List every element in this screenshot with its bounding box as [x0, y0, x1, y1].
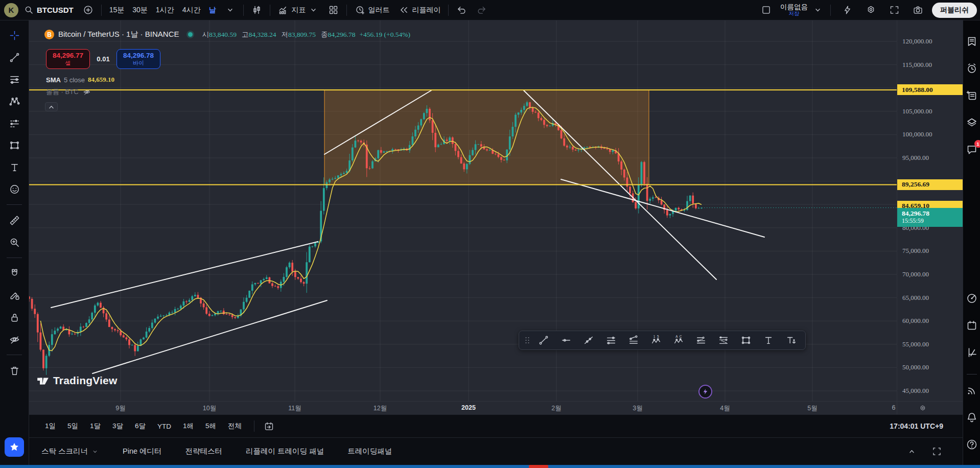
range-button-1달[interactable]: 1달	[85, 419, 105, 433]
magnet-mode-icon[interactable]	[6, 265, 23, 282]
range-button-1해[interactable]: 1해	[178, 419, 198, 433]
layout-select-button[interactable]	[757, 3, 776, 17]
publish-button[interactable]: 퍼블리쉬	[932, 3, 977, 18]
panel-expand-icon[interactable]	[906, 446, 917, 457]
range-button-전체[interactable]: 전체	[223, 419, 246, 433]
chart-title[interactable]: Bitcoin / TetherUS · 1날 · BINANCE	[58, 30, 179, 39]
svg-text:5: 5	[657, 335, 659, 338]
goto-date-button[interactable]	[260, 419, 278, 433]
fullscreen-button[interactable]	[885, 3, 904, 17]
symbol-search-button[interactable]: BTCUSDT	[19, 3, 78, 17]
bottom-tab-3[interactable]: 전략테스터	[185, 447, 223, 456]
abc-pattern-icon[interactable]: AC	[667, 332, 690, 348]
range-button-3달[interactable]: 3달	[108, 419, 128, 433]
eye-hidden-icon[interactable]	[83, 88, 91, 96]
user-avatar[interactable]: K	[4, 3, 18, 17]
buy-button[interactable]: 84,296.78 바이	[116, 49, 160, 69]
crosshair-tool-icon[interactable]	[6, 27, 23, 44]
zoom-in-tool-icon[interactable]	[6, 233, 23, 251]
volume-legend[interactable]: 볼륨 · BTC	[46, 87, 91, 97]
chat-icon[interactable]: 1	[965, 143, 978, 156]
trend-line-tool-icon[interactable]	[6, 49, 23, 66]
interval-button-4시간[interactable]: 4시간	[178, 6, 205, 15]
interval-button-날[interactable]: 날	[204, 6, 220, 15]
axis-settings-corner[interactable]	[897, 401, 963, 414]
clock-display[interactable]: 17:04:01 UTC+9	[890, 422, 943, 430]
panel-maximize-icon[interactable]	[931, 446, 942, 457]
sell-button[interactable]: 84,296.77 셀	[46, 49, 90, 69]
interval-button-30분[interactable]: 30분	[128, 6, 152, 15]
chart-pane[interactable]: B Bitcoin / TetherUS · 1날 · BINANCE 시83,…	[29, 20, 897, 401]
favorites-star-button[interactable]	[5, 437, 24, 457]
save-label[interactable]: 저장	[789, 11, 800, 16]
help-icon[interactable]	[965, 438, 978, 451]
drawing-mode-lock-icon[interactable]	[6, 287, 23, 304]
undo-button[interactable]	[452, 3, 471, 17]
chart-style-button[interactable]	[247, 3, 266, 17]
ruler-tool-icon[interactable]	[6, 212, 23, 229]
short-position-icon[interactable]	[712, 332, 735, 348]
elliott-wave-icon[interactable]: 15	[645, 332, 667, 348]
interval-expand-button[interactable]	[221, 3, 240, 17]
text-tool-icon[interactable]	[6, 158, 23, 176]
layout-name[interactable]: 이름없음 저장	[780, 4, 808, 16]
lightning-fab-button[interactable]	[698, 385, 712, 399]
compare-add-button[interactable]	[79, 3, 98, 17]
bottom-tab-1[interactable]: 스탁 스크리너	[41, 447, 99, 456]
horizontal-lines-tool-icon[interactable]	[6, 71, 23, 88]
hide-drawings-icon[interactable]	[6, 331, 23, 348]
alerts-clock-icon[interactable]	[965, 62, 978, 75]
range-button-5일[interactable]: 5일	[63, 419, 83, 433]
redo-button[interactable]	[472, 3, 491, 17]
xabcd-pattern-tool-icon[interactable]	[6, 92, 23, 110]
chevron-down-icon[interactable]	[812, 5, 823, 15]
bottom-tab-5[interactable]: 트레이딩패널	[347, 447, 392, 456]
extended-line-icon[interactable]	[577, 332, 600, 348]
indicator-templates-button[interactable]	[324, 3, 343, 17]
legend-collapse-button[interactable]	[45, 102, 58, 111]
axis-gear-icon[interactable]	[919, 404, 927, 412]
time-axis[interactable]: 9월10월11월12월20252월3월4월5월6	[29, 401, 897, 414]
notifications-bell-icon[interactable]	[965, 411, 978, 424]
emoji-tool-icon[interactable]	[6, 180, 23, 198]
long-position-icon[interactable]	[690, 332, 712, 348]
horizontal-ray-icon[interactable]	[555, 332, 577, 348]
range-button-5해[interactable]: 5해	[201, 419, 221, 433]
watchlist-icon[interactable]	[965, 35, 978, 48]
streams-icon[interactable]	[965, 384, 978, 397]
range-button-YTD[interactable]: YTD	[153, 420, 176, 433]
trend-line-icon[interactable]	[532, 332, 555, 348]
bottom-tab-4[interactable]: 리플레이 트레이딩 패널	[246, 447, 324, 456]
object-tree-icon[interactable]	[965, 116, 978, 129]
lock-drawings-icon[interactable]	[6, 309, 23, 326]
drag-handle[interactable]	[522, 332, 532, 348]
sma-legend[interactable]: SMA 5 close 84,659.10	[46, 76, 114, 84]
replay-button[interactable]: 리플레이	[394, 3, 445, 17]
remove-drawings-icon[interactable]	[6, 362, 23, 379]
quantity-field[interactable]: 0.01	[90, 55, 116, 63]
rotated-rectangle-icon[interactable]	[735, 332, 757, 348]
chart-settings-button[interactable]	[861, 3, 880, 17]
quick-search-button[interactable]	[838, 3, 857, 17]
alert-button[interactable]: 얼러트	[351, 3, 393, 17]
indicators-button[interactable]: 지표	[274, 3, 323, 17]
price-axis[interactable]: 120,000.00115,000.00110,000.00105,000.00…	[897, 20, 963, 401]
bottom-tab-2[interactable]: Pine 에디터	[123, 447, 162, 456]
range-button-1일[interactable]: 1일	[40, 419, 60, 433]
market-status-dot[interactable]	[188, 32, 193, 37]
forecast-tool-icon[interactable]	[6, 114, 23, 132]
screener-radar-icon[interactable]	[965, 292, 978, 305]
anchored-text-icon[interactable]	[780, 332, 802, 348]
strategy-icon[interactable]	[965, 346, 978, 359]
calendar-icon[interactable]	[965, 319, 978, 332]
interval-button-15분[interactable]: 15분	[105, 6, 129, 15]
snapshot-button[interactable]	[908, 3, 927, 17]
chevron-up-icon	[46, 102, 57, 112]
parallel-channel-icon[interactable]	[600, 332, 622, 348]
text-icon[interactable]	[757, 332, 780, 348]
range-button-6달[interactable]: 6달	[130, 419, 150, 433]
disjoint-channel-icon[interactable]	[622, 332, 645, 348]
interval-button-1시간[interactable]: 1시간	[152, 6, 178, 15]
rectangle-tool-icon[interactable]	[6, 136, 23, 154]
notes-icon[interactable]	[965, 89, 978, 102]
